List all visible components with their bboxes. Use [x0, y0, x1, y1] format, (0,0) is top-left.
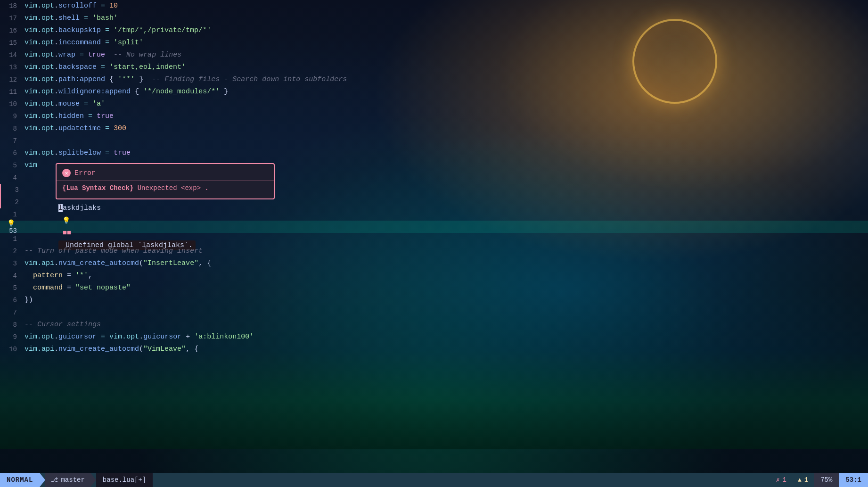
line-content-b10: vim.api.nvim_create_autocmd("VimLeave", …: [25, 343, 868, 355]
line-num-8: 8: [0, 125, 25, 132]
line-content-16: vim.opt.backupskip = '/tmp/*,/private/tm…: [25, 25, 868, 37]
git-branch-name: master: [61, 476, 84, 484]
line-content-b6: }): [25, 294, 868, 306]
line-num-b9: 9: [0, 333, 25, 341]
status-filename: base.lua[+]: [96, 473, 153, 487]
code-line-13: 13 vim.opt.backspace = 'start,eol,indent…: [0, 61, 868, 74]
line-content-8: vim.opt.updatetime = 300: [25, 123, 868, 135]
line-content-b8: -- Cursor settings: [25, 319, 868, 331]
code-line-b5: 5 command = "set nopaste": [0, 282, 868, 294]
warning-icon: ▲: [798, 477, 802, 484]
line-content-b5: command = "set nopaste": [25, 282, 868, 294]
line-num-b10: 10: [0, 346, 25, 353]
line-content-14: vim.opt.wrap = true -- No wrap lines: [25, 49, 868, 61]
code-line-6: 6 vim.opt.splitbelow = true: [0, 147, 868, 159]
status-mode-sep: [40, 473, 45, 487]
line-num-9: 9: [0, 113, 25, 120]
line-num-6: 6: [0, 149, 25, 157]
code-line-18: 18 vim.opt.scrolloff = 10: [0, 0, 868, 12]
line-num-15: 15: [0, 39, 25, 47]
error-popup-header: ✕ Error: [57, 166, 274, 181]
status-bar: NORMAL ⎇ master base.lua[+] ✗ 1 ▲ 1 75% …: [0, 473, 868, 487]
editor-container: 18 vim.opt.scrolloff = 10 17 vim.opt.she…: [0, 0, 868, 473]
line-num-b4: 4: [0, 272, 25, 280]
error-title: Error: [74, 169, 96, 177]
line-content-11: vim.opt.wildignore:append { '*/node_modu…: [25, 86, 868, 98]
line-content-12: vim.opt.path:append { '**' } -- Finding …: [25, 74, 868, 86]
code-line-15: 15 vim.opt.inccommand = 'split': [0, 37, 868, 49]
code-line-b10: 10 vim.api.nvim_create_autocmd("VimLeave…: [0, 343, 868, 355]
line-num-11: 11: [0, 88, 25, 96]
line-num-3: 3: [2, 186, 26, 194]
line-content-6: vim.opt.splitbelow = true: [25, 147, 868, 159]
code-line-b3: 3 vim.api.nvim_create_autocmd("InsertLea…: [0, 257, 868, 270]
status-errors: ✗ 1: [770, 476, 792, 484]
line-content-9: vim.opt.hidden = true: [25, 110, 868, 123]
line-num-1: 1: [0, 211, 25, 218]
status-git-sep: [90, 473, 96, 487]
line-content-b9: vim.opt.guicursor = vim.opt.guicursor + …: [25, 331, 868, 343]
code-line-b8: 8 -- Cursor settings: [0, 319, 868, 331]
line-content-17: vim.opt.shell = 'bash': [25, 12, 868, 25]
line-num-b7: 7: [0, 309, 25, 316]
error-x-icon: ✗: [776, 476, 780, 484]
line-num-b8: 8: [0, 321, 25, 329]
code-line-b9: 9 vim.opt.guicursor = vim.opt.guicursor …: [0, 331, 868, 343]
line-content-b3: vim.api.nvim_create_autocmd("InsertLeave…: [25, 257, 868, 270]
line-content-b2: -- Turn off paste mode when leaving inse…: [25, 245, 868, 257]
active-line-53: 💡53 laskdjlaks 💡 ■■ Undefined global `la…: [0, 221, 868, 233]
line-num-b6: 6: [0, 297, 25, 304]
error-icon: ✕: [62, 169, 71, 177]
line-content-b4: pattern = '*',: [25, 270, 868, 282]
status-percent: 75%: [814, 473, 839, 487]
line-num-4: 4: [0, 174, 25, 182]
code-line-b4: 4 pattern = '*',: [0, 270, 868, 282]
git-branch-icon: ⎇: [51, 476, 58, 484]
cursor-char: l: [58, 204, 63, 212]
line-num-17: 17: [0, 15, 25, 22]
error-popup: ✕ Error {Lua Syntax Check} Unexpected <e…: [56, 163, 275, 199]
code-line-12: 12 vim.opt.path:append { '**' } -- Findi…: [0, 74, 868, 86]
status-position: 53:1: [839, 473, 868, 487]
warning-count: 1: [804, 476, 808, 484]
line-num-b5: 5: [0, 284, 25, 292]
line-num-5: 5: [0, 162, 25, 169]
code-line-16: 16 vim.opt.backupskip = '/tmp/*,/private…: [0, 25, 868, 37]
status-right: ✗ 1 ▲ 1 75% 53:1: [770, 473, 868, 487]
code-line-b6: 6 }): [0, 294, 868, 306]
line-num-13: 13: [0, 64, 25, 71]
code-area: 18 vim.opt.scrolloff = 10 17 vim.opt.she…: [0, 0, 868, 473]
code-line-17: 17 vim.opt.shell = 'bash': [0, 12, 868, 25]
code-line-9: 9 vim.opt.hidden = true: [0, 110, 868, 123]
code-line-14: 14 vim.opt.wrap = true -- No wrap lines: [0, 49, 868, 61]
code-line-7: 7: [0, 135, 868, 147]
code-line-b1: 1: [0, 233, 868, 245]
line-num-12: 12: [0, 76, 25, 83]
error-source: {Lua Syntax Check}: [62, 184, 133, 192]
error-message: Unexpected <exp> .: [133, 184, 209, 192]
line-num-b2: 2: [0, 248, 25, 255]
hint-bulb-right: 💡: [58, 217, 70, 224]
code-line-10: 10 vim.opt.mouse = 'a': [0, 98, 868, 110]
code-line-11: 11 vim.opt.wildignore:append { '*/node_m…: [0, 86, 868, 98]
error-count: 1: [783, 476, 786, 484]
error-body: {Lua Syntax Check} Unexpected <exp> .: [57, 181, 274, 197]
line-content-13: vim.opt.backspace = 'start,eol,indent': [25, 61, 868, 74]
code-line-b7: 7: [0, 306, 868, 319]
hint-bulb-left: 💡: [7, 220, 15, 227]
line-content-18: vim.opt.scrolloff = 10: [25, 0, 868, 12]
line-text-53: askdjlaks: [63, 204, 101, 212]
code-line-8: 8 vim.opt.updatetime = 300: [0, 123, 868, 135]
line-num-16: 16: [0, 27, 25, 34]
line-content-15: vim.opt.inccommand = 'split': [25, 37, 868, 49]
line-num-b3: 3: [0, 260, 25, 267]
line-num-14: 14: [0, 51, 25, 59]
line-content-10: vim.opt.mouse = 'a': [25, 98, 868, 110]
line-num-b1: 1: [0, 235, 25, 243]
line-num-7: 7: [0, 137, 25, 145]
status-warnings: ▲ 1: [792, 476, 814, 484]
status-mode: NORMAL: [0, 473, 40, 487]
line-num-2: 2: [2, 198, 26, 206]
line-num-53: 💡53: [0, 219, 25, 235]
line-num-10: 10: [0, 100, 25, 108]
